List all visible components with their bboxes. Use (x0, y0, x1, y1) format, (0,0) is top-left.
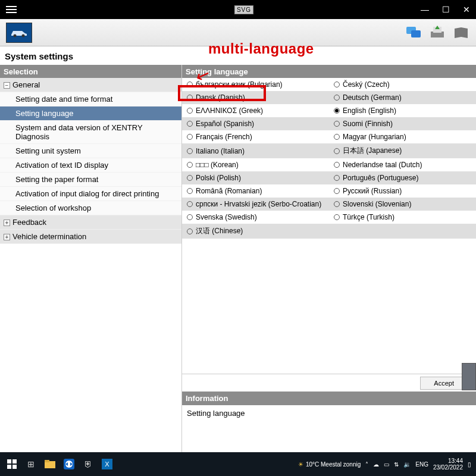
language-option[interactable]: Magyar (Hungarian) (329, 130, 476, 143)
language-option[interactable]: Dansk (Danish) (182, 91, 329, 104)
tree-group[interactable]: +Feedback (0, 215, 181, 230)
book-icon[interactable] (452, 24, 470, 41)
radio-icon[interactable] (334, 162, 340, 168)
language-option[interactable]: Português (Portuguese) (329, 171, 476, 184)
language-label: ΕΛΛΗΝΙΚΟΣ (Greek) (196, 107, 263, 115)
tree-item[interactable]: Setting language (0, 107, 181, 121)
maximize-icon[interactable]: ☐ (442, 5, 450, 14)
radio-icon[interactable] (334, 108, 340, 114)
radio-icon[interactable] (187, 148, 193, 154)
radio-icon[interactable] (334, 188, 340, 194)
tree-group-label: Feedback (12, 218, 46, 227)
language-option[interactable]: Italiano (Italian) (182, 143, 329, 158)
weather-widget[interactable]: ☀ 10°C Meestal zonnig (298, 461, 361, 468)
tree-item[interactable]: Setting the paper format (0, 173, 181, 187)
windows-start-icon[interactable] (5, 457, 19, 471)
expand-icon[interactable]: + (4, 220, 10, 226)
radio-icon[interactable] (187, 95, 193, 101)
taskview-icon[interactable]: ⊞ (24, 457, 38, 471)
window-titlebar: SVG — ☐ ✕ (0, 0, 476, 19)
language-option[interactable]: 日本語 (Japanese) (329, 143, 476, 158)
accept-button[interactable]: Accept (420, 377, 468, 390)
radio-icon[interactable] (334, 134, 340, 140)
tree-group-label: General (12, 80, 40, 89)
radio-icon[interactable] (334, 214, 340, 220)
language-option[interactable]: Français (French) (182, 130, 329, 143)
language-label: Română (Romanian) (196, 187, 262, 195)
svg-text:X: X (105, 461, 109, 468)
language-label: Polski (Polish) (196, 174, 241, 182)
vehicle-button[interactable] (6, 23, 32, 43)
chat-icon[interactable] (405, 24, 422, 41)
tree-item[interactable]: Setting unit system (0, 144, 181, 158)
language-label: Dansk (Danish) (196, 93, 245, 102)
language-label: Português (Portuguese) (343, 174, 418, 182)
radio-icon[interactable] (334, 175, 340, 181)
radio-icon[interactable] (187, 214, 193, 220)
radio-icon[interactable] (334, 82, 340, 87)
wifi-icon[interactable]: ⇅ (394, 461, 399, 468)
language-option[interactable]: български език (Bulgarian) (182, 78, 329, 91)
app-toolbar (0, 19, 476, 46)
radio-icon[interactable] (187, 134, 193, 140)
tree-item[interactable]: Activation of input dialog for direct pr… (0, 187, 181, 201)
language-option[interactable]: Polski (Polish) (182, 171, 329, 184)
radio-icon[interactable] (334, 201, 340, 207)
language-option (329, 224, 476, 239)
language-label: Español (Spanish) (196, 120, 254, 128)
radio-icon[interactable] (187, 188, 193, 194)
cloud-icon[interactable]: ☁ (373, 461, 379, 468)
clock[interactable]: 13:44 23/02/2022 (433, 458, 463, 471)
tree-group[interactable]: −General (0, 78, 181, 92)
radio-icon[interactable] (334, 121, 340, 127)
side-tab[interactable] (462, 363, 476, 390)
language-option[interactable]: 汉语 (Chinese) (182, 224, 329, 239)
tray-chevron-icon[interactable]: ˄ (365, 461, 368, 468)
expand-icon[interactable]: + (4, 234, 10, 240)
radio-icon[interactable] (334, 148, 340, 154)
language-option[interactable]: Slovenski (Slovenian) (329, 198, 476, 211)
radio-icon[interactable] (187, 201, 193, 207)
svg-rect-3 (411, 30, 421, 37)
language-option[interactable]: Română (Romanian) (182, 184, 329, 198)
print-icon[interactable] (428, 24, 446, 41)
tree-item[interactable]: Activation of text ID display (0, 158, 181, 173)
language-option[interactable]: ΕΛΛΗΝΙΚΟΣ (Greek) (182, 104, 329, 117)
language-option[interactable]: Türkçe (Turkish) (329, 211, 476, 224)
radio-icon[interactable] (334, 95, 340, 101)
language-option[interactable]: English (English) (329, 104, 476, 117)
language-option[interactable]: □□□ (Korean) (182, 158, 329, 171)
radio-icon[interactable] (187, 108, 193, 114)
minimize-icon[interactable]: — (421, 5, 429, 14)
main-panel: Setting language български език (Bulgari… (182, 65, 476, 453)
language-option[interactable]: српски - Hrvatski jezik (Serbo-Croatian) (182, 198, 329, 211)
radio-icon[interactable] (187, 162, 193, 168)
language-option[interactable]: Český (Czech) (329, 78, 476, 91)
shield-icon[interactable]: ⛨ (81, 457, 95, 471)
teamviewer-icon[interactable] (62, 457, 76, 471)
language-option[interactable]: Español (Spanish) (182, 117, 329, 130)
menu-icon[interactable] (6, 6, 17, 13)
explorer-icon[interactable] (43, 457, 57, 471)
tree-item[interactable]: System and data version of XENTRY Diagno… (0, 121, 181, 144)
app-x-icon[interactable]: X (100, 457, 114, 471)
language-option[interactable]: Deutsch (German) (329, 91, 476, 104)
radio-icon[interactable] (187, 175, 193, 181)
keyboard-lang[interactable]: ENG (415, 461, 428, 468)
tree-item[interactable]: Selection of workshop (0, 201, 181, 215)
radio-icon[interactable] (187, 228, 193, 234)
language-option[interactable]: Suomi (Finnish) (329, 117, 476, 130)
tree-group[interactable]: +Vehicle determination (0, 230, 181, 244)
tree-item[interactable]: Setting date and time format (0, 92, 181, 107)
radio-icon[interactable] (187, 121, 193, 127)
collapse-icon[interactable]: − (4, 82, 10, 89)
battery-icon[interactable]: ▭ (384, 461, 389, 468)
volume-icon[interactable]: 🔉 (403, 461, 411, 468)
language-label: Nederlandse taal (Dutch) (343, 161, 422, 169)
language-option[interactable]: Русский (Russian) (329, 184, 476, 198)
language-option[interactable]: Nederlandse taal (Dutch) (329, 158, 476, 171)
radio-icon[interactable] (187, 82, 193, 87)
notification-icon[interactable]: ▯ (468, 461, 471, 468)
language-option[interactable]: Svenska (Swedish) (182, 211, 329, 224)
close-icon[interactable]: ✕ (463, 5, 470, 14)
